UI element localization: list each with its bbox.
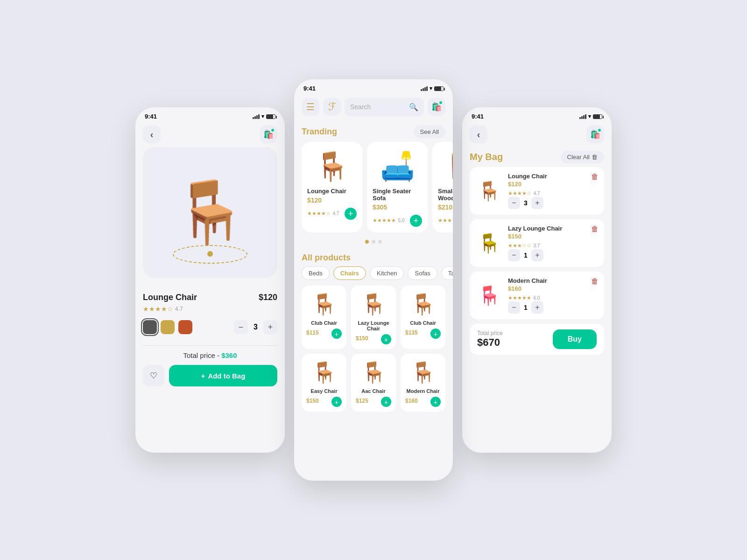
- cart-button-right[interactable]: 🛍️: [586, 126, 604, 143]
- bag-item-price-2: $160: [508, 285, 586, 292]
- trash-icon: 🗑: [592, 154, 598, 161]
- menu-button[interactable]: ☰: [302, 98, 319, 116]
- phones-container: 9:41 ▾ ‹ 🛍️: [135, 79, 612, 481]
- add-product-3-button[interactable]: +: [331, 397, 342, 407]
- decrease-bag-1-button[interactable]: −: [508, 249, 520, 261]
- decrease-qty-button[interactable]: −: [234, 320, 248, 334]
- cart-button-left[interactable]: 🛍️: [260, 126, 277, 143]
- delete-bag-0-button[interactable]: 🗑: [591, 173, 599, 181]
- increase-bag-1-button[interactable]: +: [531, 249, 543, 261]
- trending-price-2: $210: [438, 203, 453, 211]
- wifi-icon: ▾: [261, 113, 264, 119]
- bag-title-row: My Bag Clear All 🗑: [462, 147, 612, 167]
- delete-bag-1-button[interactable]: 🗑: [591, 225, 599, 233]
- increase-bag-0-button[interactable]: +: [531, 197, 543, 209]
- cart-button-center[interactable]: 🛍️: [428, 98, 445, 116]
- trending-stars-1: ★★★★★: [373, 217, 396, 223]
- search-bar[interactable]: Search 🔍: [345, 98, 424, 116]
- trending-img-2: 🪵: [438, 147, 453, 185]
- plus-icon: +: [201, 372, 205, 380]
- delete-bag-2-button[interactable]: 🗑: [591, 277, 599, 286]
- add-product-4-button[interactable]: +: [381, 397, 391, 407]
- see-all-button[interactable]: See All: [414, 126, 445, 138]
- bag-item-info-0: Lounge Chair $120 ★★★★☆ 4.7 − 3 +: [508, 173, 586, 209]
- total-price: $360: [221, 351, 237, 359]
- bottom-actions: ♡ + Add to Bag: [143, 365, 277, 386]
- cat-tab-beds[interactable]: Beds: [302, 266, 330, 280]
- products-grid: 🪑 Club Chair $115 + 🪑 Lazy Lounge Chair …: [294, 286, 453, 412]
- decrease-bag-2-button[interactable]: −: [508, 301, 520, 314]
- browse-header: ☰ ℱ Search 🔍 🛍️: [294, 94, 453, 120]
- color-swatch-gold[interactable]: [161, 320, 175, 334]
- product-name-price-row: Lounge Chair $120: [143, 293, 277, 302]
- total-price-section: Total price $670: [477, 330, 503, 349]
- add-product-2-button[interactable]: +: [430, 329, 441, 339]
- cart-dot-r: [598, 128, 601, 132]
- back-button[interactable]: ‹: [143, 126, 161, 143]
- cart-dot: [271, 128, 275, 132]
- clear-all-button[interactable]: Clear All 🗑: [561, 151, 604, 163]
- bag-item-1: 🪑 Lazy Lounge Chair $150 ★★★☆☆ 3.7 − 1 +…: [470, 219, 604, 267]
- trending-price-0: $120: [307, 196, 357, 204]
- trending-img-0: 🪑: [307, 147, 357, 185]
- status-icons-center: ▾: [421, 85, 444, 91]
- add-trending-1-button[interactable]: +: [410, 215, 422, 227]
- quantity-row: − 3 +: [234, 320, 277, 334]
- logo-button[interactable]: ℱ: [323, 98, 341, 116]
- product-card-img-3: 🪑: [311, 358, 337, 386]
- cat-tab-kitchen[interactable]: Kitchen: [370, 266, 404, 280]
- bag-item-rating-1: 3.7: [533, 243, 540, 248]
- color-swatch-orange[interactable]: [178, 320, 192, 334]
- menu-icon: ☰: [306, 101, 315, 112]
- bag-item-2: 🪑 Modern Chair $160 ★★★★★ 6.0 − 1 + 🗑: [470, 272, 604, 319]
- product-detail-phone: 9:41 ▾ ‹ 🛍️: [135, 107, 285, 453]
- product-card-name-5: Modern Chair: [407, 388, 440, 394]
- increase-bag-2-button[interactable]: +: [531, 301, 543, 314]
- product-card-price-1: $150: [356, 335, 368, 342]
- add-to-bag-button[interactable]: + Add to Bag: [169, 365, 277, 386]
- product-card-1: 🪑 Lazy Lounge Chair $150 +: [351, 286, 396, 349]
- bag-item-info-1: Lazy Lounge Chair $150 ★★★☆☆ 3.7 − 1 +: [508, 225, 586, 261]
- trending-price-1: $305: [373, 203, 422, 211]
- wishlist-button[interactable]: ♡: [143, 365, 164, 386]
- all-products-title: All products: [302, 253, 351, 263]
- add-product-0-button[interactable]: +: [331, 329, 342, 339]
- decrease-bag-0-button[interactable]: −: [508, 197, 520, 209]
- delete-icon-0: 🗑: [591, 173, 599, 181]
- product-card-name-3: Easy Chair: [311, 388, 338, 394]
- back-button-bag[interactable]: ‹: [470, 126, 487, 143]
- product-name: Lounge Chair: [143, 293, 197, 302]
- color-swatch-dark[interactable]: [143, 320, 157, 334]
- wifi-icon-r: ▾: [588, 113, 591, 119]
- add-product-5-button[interactable]: +: [430, 397, 441, 407]
- increase-qty-button[interactable]: +: [263, 320, 277, 334]
- product-card-name-0: Club Chair: [311, 320, 337, 326]
- cat-tab-sofas[interactable]: Sofas: [408, 266, 437, 280]
- product-card-img-5: 🪑: [410, 358, 436, 386]
- product-card-img-2: 🪑: [410, 290, 436, 318]
- bag-item-rating-2: 6.0: [533, 295, 540, 301]
- heart-icon: ♡: [150, 371, 157, 381]
- bag-footer: Total price $670 Buy: [470, 324, 604, 355]
- product-card-name-4: Aac Chair: [361, 388, 385, 394]
- total-label: Total price: [477, 330, 503, 336]
- cat-tab-chairs[interactable]: Chairs: [333, 266, 366, 280]
- all-products-header: All products: [294, 247, 453, 266]
- product-image-container: 🪑: [143, 147, 277, 278]
- cat-tab-tab[interactable]: Tab: [441, 266, 453, 280]
- add-product-1-button[interactable]: +: [381, 334, 391, 344]
- signal-icon-r: [579, 114, 586, 119]
- bag-item-rating-0: 4.7: [533, 191, 540, 196]
- bag-qty-num-0: 3: [524, 199, 528, 207]
- trending-stars-2: ★★★★★: [438, 217, 453, 223]
- add-trending-0-button[interactable]: +: [345, 208, 357, 220]
- search-icon: 🔍: [409, 103, 418, 112]
- product-card-2: 🪑 Club Chair $135 +: [401, 286, 445, 349]
- trending-name-1: Single Seater Sofa: [373, 188, 422, 202]
- total-amount: $670: [477, 336, 503, 349]
- battery-icon: [266, 114, 275, 119]
- buy-button[interactable]: Buy: [553, 329, 597, 349]
- trending-scroll: 🪑 Lounge Chair $120 ★★★★☆ 4.7 + 🛋️ Singl…: [294, 142, 453, 236]
- bag-item-img-0: 🪑: [475, 177, 503, 205]
- quantity-value: 3: [254, 323, 258, 331]
